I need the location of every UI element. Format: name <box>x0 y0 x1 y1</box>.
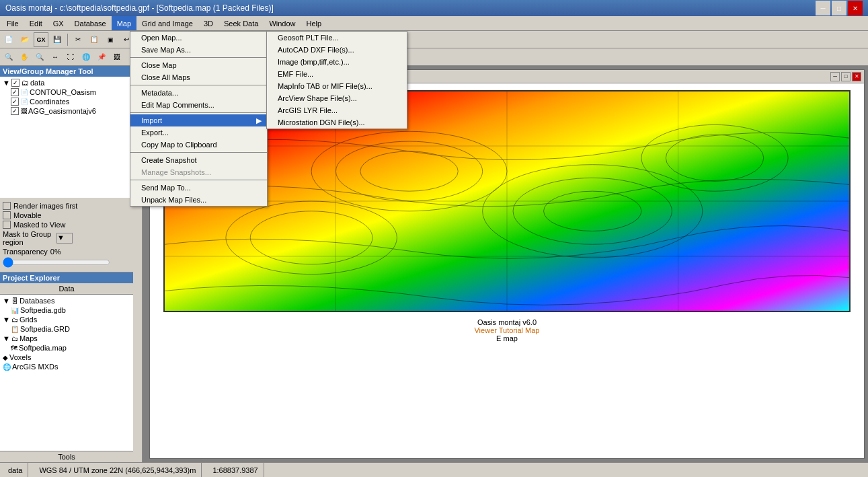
save-btn[interactable]: 💾 <box>50 32 65 47</box>
menu-window[interactable]: Window <box>264 16 301 30</box>
project-explorer-title: Project Explorer <box>0 272 133 283</box>
render-images-checkbox[interactable] <box>3 202 11 210</box>
maps-item[interactable]: ▼ 🗂 Maps <box>1 334 132 343</box>
voxels-item[interactable]: ◆ Voxels <box>1 353 132 362</box>
status-bar: data WGS 84 / UTM zone 22N (466,625,9434… <box>0 462 868 477</box>
root-checkbox[interactable] <box>11 79 19 87</box>
arcgis-mxds-item[interactable]: 🌐 ArcGIS MXDs <box>1 362 132 371</box>
close-button[interactable]: ✕ <box>848 1 863 15</box>
pan-btn[interactable]: ✋ <box>17 50 32 65</box>
pin-btn[interactable]: 📌 <box>94 50 109 65</box>
submenu-arcgis-lyr[interactable]: ArcGIS LYR File... <box>267 104 407 116</box>
agg-checkbox[interactable] <box>11 107 19 115</box>
submenu-emf-file[interactable]: EMF File... <box>267 68 407 80</box>
map-maximize-btn[interactable]: □ <box>841 72 851 81</box>
menu-open-map[interactable]: Open Map... <box>130 32 267 44</box>
menu-edit[interactable]: Edit <box>24 16 48 30</box>
submenu-image-bmp[interactable]: Image (bmp,tiff,etc.)... <box>267 56 407 68</box>
menu-grid-image[interactable]: Grid and Image <box>136 16 198 30</box>
menu-export[interactable]: Export... <box>130 126 267 139</box>
status-coords: WGS 84 / UTM zone 22N (466,625,9434,393)… <box>34 463 202 477</box>
menu-close-map[interactable]: Close Map <box>130 59 267 71</box>
sep1 <box>130 57 267 58</box>
render-images-label: Render images first <box>13 202 77 210</box>
contour-checkbox[interactable] <box>11 88 19 96</box>
gx-btn[interactable]: GX <box>34 32 48 47</box>
submenu-geosoft-plt[interactable]: Geosoft PLT File... <box>267 32 407 44</box>
transparency-label: Transparency <box>3 248 48 256</box>
cut-btn[interactable]: ✂ <box>71 32 85 47</box>
menu-save-map-as[interactable]: Save Map As... <box>130 44 267 56</box>
paste-btn[interactable]: ▣ <box>103 32 118 47</box>
mask-group-btn[interactable]: ▼ <box>56 233 73 244</box>
menu-help[interactable]: Help <box>301 16 327 30</box>
mask-group-row: Mask to Group region ▼ <box>3 230 130 246</box>
softpedia-map-label: Softpedia.map <box>19 344 67 352</box>
menu-import[interactable]: Import <box>130 114 267 126</box>
submenu-microstation-dgn[interactable]: Microstation DGN File(s)... <box>267 116 407 129</box>
menu-seek-data[interactable]: Seek Data <box>219 16 264 30</box>
maximize-button[interactable]: □ <box>832 1 846 15</box>
menu-map[interactable]: Map <box>112 16 136 30</box>
zoom-in-btn[interactable]: 🔍 <box>1 50 16 65</box>
menu-metadata[interactable]: Metadata... <box>130 87 267 99</box>
fit-all-btn[interactable]: ⛶ <box>63 50 78 65</box>
globe-btn[interactable]: 🌐 <box>79 50 93 65</box>
menu-copy-clipboard[interactable]: Copy Map to Clipboard <box>130 139 267 151</box>
map-title2: Viewer Tutorial Map <box>153 326 861 334</box>
menu-manage-snapshots: Manage Snapshots... <box>130 166 267 178</box>
tree-item-contour[interactable]: 📄 CONTOUR_Oasism <box>9 87 132 97</box>
contour-label: CONTOUR_Oasism <box>30 88 96 96</box>
zoom-out-btn[interactable]: 🔍 <box>32 50 47 65</box>
map-minimize-btn[interactable]: ─ <box>830 72 840 81</box>
submenu-arcview-shape[interactable]: ArcView Shape File(s)... <box>267 92 407 104</box>
title-bar-buttons: ─ □ ✕ <box>816 1 863 15</box>
menu-create-snapshot[interactable]: Create Snapshot <box>130 154 267 166</box>
sep5 <box>130 180 267 180</box>
menu-3d[interactable]: 3D <box>198 16 219 30</box>
grids-item[interactable]: ▼ 🗂 Grids <box>1 315 132 324</box>
status-scale-value: 1:68837.9387 <box>212 466 258 474</box>
left-panels: View/Group Manager Tool ▼ 🗂 data 📄 CONTO… <box>0 66 133 462</box>
map-close-btn[interactable]: ✕ <box>852 72 861 81</box>
tree-item-agg[interactable]: 🖼 AGG_oasismontajv6 <box>9 106 132 116</box>
softpedia-gdb-item[interactable]: 📊 Softpedia.gdb <box>9 305 132 315</box>
fit-width-btn[interactable]: ↔ <box>48 50 63 65</box>
databases-item[interactable]: ▼ 🗄 Databases <box>1 296 132 305</box>
open-btn[interactable]: 📂 <box>17 32 32 47</box>
menu-edit-comments[interactable]: Edit Map Comments... <box>130 99 267 111</box>
project-explorer-panel: Project Explorer Data ▼ 🗄 Databases 📊 So… <box>0 272 133 462</box>
menu-send-map-to[interactable]: Send Map To... <box>130 182 267 194</box>
minimize-button[interactable]: ─ <box>816 1 830 15</box>
submenu-mapinfo-tab[interactable]: MapInfo TAB or MIF File(s)... <box>267 80 407 92</box>
menu-unpack-map-files[interactable]: Unpack Map Files... <box>130 194 267 206</box>
softpedia-grd-item[interactable]: 📋 Softpedia.GRD <box>9 324 132 334</box>
map-title1: Oasis montaj v6.0 <box>153 318 861 326</box>
new-btn[interactable]: 📄 <box>1 32 16 47</box>
tree-item-coordinates[interactable]: 📄 Coordinates <box>9 97 132 106</box>
coords-checkbox[interactable] <box>11 98 19 106</box>
tree-root[interactable]: ▼ 🗂 data <box>1 78 132 87</box>
tree-area: ▼ 🗂 data 📄 CONTOUR_Oasism 📄 Coordinates <box>0 77 133 198</box>
softpedia-map-item[interactable]: 🗺 Softpedia.map <box>9 343 132 353</box>
movable-row: Movable <box>3 211 130 219</box>
render-images-row: Render images first <box>3 202 130 210</box>
menu-file[interactable]: File <box>1 16 24 30</box>
transparency-slider[interactable] <box>3 257 110 268</box>
agg-label: AGG_oasismontajv6 <box>28 107 96 115</box>
project-tree: ▼ 🗄 Databases 📊 Softpedia.gdb ▼ 🗂 Grids … <box>0 295 133 451</box>
movable-checkbox[interactable] <box>3 211 11 219</box>
masked-view-label: Masked to View <box>13 221 65 229</box>
menu-database[interactable]: Database <box>69 16 112 30</box>
menu-bar: File Edit GX Database Map Grid and Image… <box>0 16 868 31</box>
masked-view-checkbox[interactable] <box>3 221 11 229</box>
submenu-autocad-dxf[interactable]: AutoCAD DXF File(s)... <box>267 44 407 56</box>
copy-btn[interactable]: 📋 <box>87 32 102 47</box>
coords-label: Coordinates <box>30 98 69 106</box>
map-title3: E map <box>153 334 861 342</box>
menu-close-all-maps[interactable]: Close All Maps <box>130 71 267 83</box>
export-img-btn[interactable]: 🖼 <box>110 50 124 65</box>
menu-gx[interactable]: GX <box>48 16 69 30</box>
sep3 <box>130 112 267 113</box>
voxels-label: Voxels <box>9 353 31 361</box>
